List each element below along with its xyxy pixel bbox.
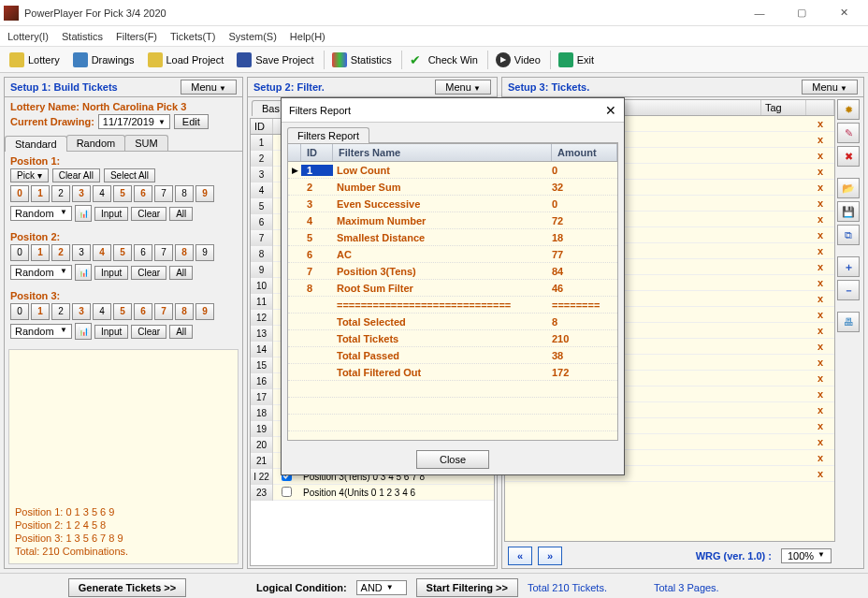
number-button-2[interactable]: 2 <box>51 244 70 261</box>
number-button-2[interactable]: 2 <box>51 185 70 202</box>
clear-button[interactable]: Clear <box>131 325 166 339</box>
tool-print-icon[interactable]: 🖶 <box>837 312 860 332</box>
edit-button[interactable]: Edit <box>174 114 209 129</box>
close-button[interactable]: ✕ <box>823 0 864 26</box>
clear-button[interactable]: Clear <box>131 207 166 221</box>
tool-save-icon[interactable]: 💾 <box>837 201 860 222</box>
logical-condition-select[interactable]: AND <box>356 580 407 595</box>
all-button[interactable]: All <box>169 266 193 280</box>
number-button-8[interactable]: 8 <box>175 244 194 261</box>
number-button-3[interactable]: 3 <box>72 244 91 261</box>
report-row[interactable]: Total Selected8 <box>288 314 617 330</box>
toolbar-save[interactable]: Save Project <box>231 51 319 69</box>
number-button-7[interactable]: 7 <box>154 185 173 202</box>
input-button[interactable]: Input <box>94 207 128 221</box>
number-button-1[interactable]: 1 <box>31 244 50 261</box>
toolbar-stats[interactable]: Statistics <box>326 51 398 69</box>
panel1-menu-button[interactable]: Menu <box>181 80 237 95</box>
report-row[interactable]: 8Root Sum Filter46 <box>288 280 617 297</box>
number-button-9[interactable]: 9 <box>195 244 214 261</box>
report-row[interactable]: Total Passed38 <box>288 347 617 364</box>
tool-copy-icon[interactable]: ⧉ <box>837 225 860 245</box>
tool-wand-icon[interactable]: ✎ <box>837 123 860 143</box>
number-button-3[interactable]: 3 <box>72 303 91 320</box>
report-row[interactable]: 7Position 3(Tens)84 <box>288 263 617 280</box>
all-button[interactable]: All <box>169 207 193 221</box>
menu-help[interactable]: Help(H) <box>290 31 326 42</box>
drawing-date-select[interactable]: 11/17/2019 <box>98 114 170 129</box>
filter-row[interactable]: 23Position 4(Units 0 1 2 3 4 6 <box>251 485 494 501</box>
menu-lottery[interactable]: Lottery(I) <box>7 31 49 42</box>
toolbar-exit[interactable]: Exit <box>553 51 600 69</box>
nav-next-button[interactable]: » <box>538 547 562 565</box>
clear-all-button[interactable]: Clear All <box>52 168 100 182</box>
tool-add-icon[interactable]: ＋ <box>837 256 860 277</box>
number-button-7[interactable]: 7 <box>154 303 173 320</box>
random-select[interactable]: Random <box>10 265 72 280</box>
report-row[interactable]: 5Smallest Distance18 <box>288 229 617 246</box>
select-all-button[interactable]: Select All <box>104 168 155 182</box>
maximize-button[interactable]: ▢ <box>781 0 822 26</box>
chart-icon[interactable]: 📊 <box>75 323 92 340</box>
menu-statistics[interactable]: Statistics <box>62 31 103 42</box>
number-button-4[interactable]: 4 <box>93 244 111 261</box>
pick-button[interactable]: Pick ▾ <box>10 168 49 182</box>
tool-gear-icon[interactable]: ✹ <box>837 99 860 120</box>
report-row[interactable]: 4Maximum Number72 <box>288 212 617 229</box>
number-button-8[interactable]: 8 <box>175 303 194 320</box>
toolbar-lottery[interactable]: Lottery <box>4 51 65 69</box>
input-button[interactable]: Input <box>94 325 128 339</box>
number-button-1[interactable]: 1 <box>31 303 50 320</box>
chart-icon[interactable]: 📊 <box>75 205 92 222</box>
tool-delete-icon[interactable]: ✖ <box>837 146 860 167</box>
number-button-4[interactable]: 4 <box>93 185 111 202</box>
number-button-0[interactable]: 0 <box>10 244 29 261</box>
toolbar-video[interactable]: ▶Video <box>490 51 546 69</box>
report-row[interactable]: 6AC77 <box>288 246 617 263</box>
chart-icon[interactable]: 📊 <box>75 264 92 281</box>
filter-checkbox[interactable] <box>282 487 292 497</box>
number-button-6[interactable]: 6 <box>134 303 152 320</box>
generate-tickets-button[interactable]: Generate Tickets >> <box>68 578 186 597</box>
menu-system[interactable]: System(S) <box>229 31 277 42</box>
tool-remove-icon[interactable]: － <box>837 280 860 300</box>
number-button-8[interactable]: 8 <box>175 185 194 202</box>
menu-filters[interactable]: Filters(F) <box>116 31 157 42</box>
all-button[interactable]: All <box>169 325 193 339</box>
tab-sum[interactable]: SUM <box>124 135 167 151</box>
number-button-6[interactable]: 6 <box>134 244 152 261</box>
zoom-select[interactable]: 100% <box>781 548 832 563</box>
panel3-menu-button[interactable]: Menu <box>802 80 858 95</box>
report-row[interactable]: ===================================== <box>288 297 617 314</box>
toolbar-drawings[interactable]: Drawings <box>67 51 140 69</box>
dialog-tab[interactable]: Filters Report <box>287 127 369 143</box>
toolbar-load[interactable]: Load Project <box>142 51 230 69</box>
number-button-5[interactable]: 5 <box>113 303 132 320</box>
menu-tickets[interactable]: Tickets(T) <box>170 31 215 42</box>
number-button-3[interactable]: 3 <box>72 185 91 202</box>
random-select[interactable]: Random <box>10 206 72 221</box>
number-button-2[interactable]: 2 <box>51 303 70 320</box>
report-row[interactable]: 3Even Successive0 <box>288 196 617 212</box>
panel2-menu-button[interactable]: Menu <box>435 80 491 95</box>
filters-report-grid[interactable]: ID Filters Name Amount ▶1Low Count02Numb… <box>287 143 618 441</box>
number-button-9[interactable]: 9 <box>195 185 214 202</box>
start-filtering-button[interactable]: Start Filtering >> <box>416 578 518 597</box>
report-row[interactable]: Total Tickets210 <box>288 330 617 347</box>
number-button-0[interactable]: 0 <box>10 303 29 320</box>
nav-prev-button[interactable]: « <box>508 547 532 565</box>
tab-random[interactable]: Random <box>66 135 126 151</box>
number-button-5[interactable]: 5 <box>113 244 132 261</box>
tab-standard[interactable]: Standard <box>5 136 67 152</box>
dialog-close-button[interactable]: Close <box>416 450 489 469</box>
random-select[interactable]: Random <box>10 324 72 339</box>
number-button-0[interactable]: 0 <box>10 185 29 202</box>
number-button-1[interactable]: 1 <box>31 185 50 202</box>
input-button[interactable]: Input <box>94 266 128 280</box>
number-button-9[interactable]: 9 <box>195 303 214 320</box>
number-button-6[interactable]: 6 <box>134 185 152 202</box>
number-button-4[interactable]: 4 <box>93 303 111 320</box>
tool-open-icon[interactable]: 📂 <box>837 178 860 198</box>
report-row[interactable]: 2Number Sum32 <box>288 179 617 196</box>
minimize-button[interactable]: — <box>739 0 780 26</box>
